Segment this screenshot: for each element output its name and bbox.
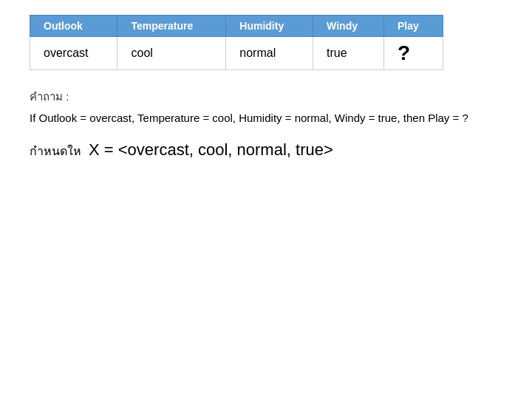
table-row: overcast cool normal true ? — [30, 37, 443, 70]
cell-temperature: cool — [117, 37, 226, 70]
answer-value: X = <overcast, cool, normal, true> — [89, 140, 333, 160]
page-container: Outlook Temperature Humidity Windy Play … — [0, 0, 532, 175]
col-header-temperature: Temperature — [117, 16, 226, 37]
col-header-play: Play — [383, 16, 443, 37]
cell-outlook: overcast — [30, 37, 117, 70]
cell-play: ? — [383, 37, 443, 70]
answer-label: กำหนดให — [30, 142, 81, 160]
cell-windy: true — [313, 37, 384, 70]
play-question-mark: ? — [398, 41, 410, 64]
col-header-windy: Windy — [313, 16, 384, 37]
col-header-humidity: Humidity — [226, 16, 313, 37]
question-label: คำถาม : — [30, 88, 502, 106]
question-text: If Outlook = overcast, Temperature = coo… — [30, 110, 502, 127]
cell-humidity: normal — [226, 37, 313, 70]
col-header-outlook: Outlook — [30, 16, 117, 37]
answer-row: กำหนดให X = <overcast, cool, normal, tru… — [30, 140, 502, 160]
data-table: Outlook Temperature Humidity Windy Play … — [30, 15, 443, 70]
